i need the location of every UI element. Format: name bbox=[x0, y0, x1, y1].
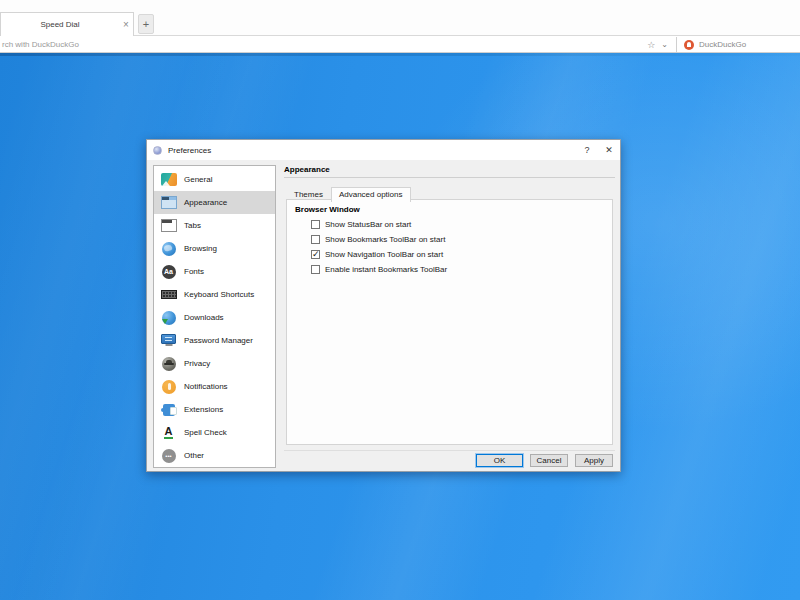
sidebar-item-appearance[interactable]: Appearance bbox=[154, 191, 275, 214]
tab-speed-dial[interactable]: Speed Dial × bbox=[0, 12, 134, 36]
sidebar-item-label: Fonts bbox=[184, 267, 204, 276]
checkbox[interactable] bbox=[311, 265, 320, 274]
tab-close-icon[interactable]: × bbox=[119, 19, 133, 30]
dialog-title-bar[interactable]: Preferences ? ✕ bbox=[147, 140, 620, 160]
sidebar-item-general[interactable]: General bbox=[154, 168, 275, 191]
picture-icon bbox=[160, 172, 177, 188]
cancel-button[interactable]: Cancel bbox=[530, 454, 568, 467]
page-title: Appearance bbox=[284, 165, 615, 178]
spellcheck-icon: A bbox=[160, 425, 177, 441]
checkbox[interactable] bbox=[311, 220, 320, 229]
checkbox-row-enable-instant-bookmarks[interactable]: Enable instant Bookmarks ToolBar bbox=[311, 265, 604, 274]
address-bar[interactable]: rch with DuckDuckGo ☆ ⌄ bbox=[0, 37, 676, 52]
download-icon bbox=[160, 310, 177, 326]
help-button[interactable]: ? bbox=[576, 145, 598, 155]
sidebar-item-label: Tabs bbox=[184, 221, 201, 230]
checkbox[interactable] bbox=[311, 235, 320, 244]
advanced-options-panel: Browser Window Show StatusBar on start S… bbox=[286, 199, 613, 445]
sidebar-item-label: Appearance bbox=[184, 198, 227, 207]
new-tab-button[interactable]: + bbox=[138, 14, 154, 34]
bookmark-star-icon[interactable]: ☆ bbox=[647, 40, 655, 50]
sidebar-item-downloads[interactable]: Downloads bbox=[154, 306, 275, 329]
sidebar-item-browsing[interactable]: Browsing bbox=[154, 237, 275, 260]
preferences-dialog: Preferences ? ✕ General Appearance Tabs bbox=[146, 139, 621, 472]
dialog-close-icon[interactable]: ✕ bbox=[598, 145, 620, 155]
tab-advanced-options[interactable]: Advanced options bbox=[331, 187, 411, 202]
checkbox-row-show-navigation-toolbar[interactable]: Show Navigation ToolBar on start bbox=[311, 250, 604, 259]
sidebar-item-label: Password Manager bbox=[184, 336, 253, 345]
sidebar-item-label: Browsing bbox=[184, 244, 217, 253]
privacy-spy-icon bbox=[160, 356, 177, 372]
sidebar-item-label: Downloads bbox=[184, 313, 224, 322]
tab-title: Speed Dial bbox=[1, 20, 119, 29]
sidebar-item-notifications[interactable]: Notifications bbox=[154, 375, 275, 398]
checkbox-label: Show Bookmarks ToolBar on start bbox=[325, 235, 445, 244]
preferences-sidebar: General Appearance Tabs Browsing Aa Font… bbox=[153, 165, 276, 468]
dialog-title: Preferences bbox=[168, 146, 576, 155]
sidebar-item-label: Spell Check bbox=[184, 428, 227, 437]
checkbox-row-show-statusbar[interactable]: Show StatusBar on start bbox=[311, 220, 604, 229]
checkbox-row-show-bookmarks-toolbar[interactable]: Show Bookmarks ToolBar on start bbox=[311, 235, 604, 244]
preferences-main-panel: Appearance Themes Advanced options Brows… bbox=[284, 165, 615, 468]
notification-bell-icon bbox=[160, 379, 177, 395]
sidebar-item-other[interactable]: ••• Other bbox=[154, 444, 275, 467]
sidebar-item-label: Extensions bbox=[184, 405, 223, 414]
sidebar-item-keyboard-shortcuts[interactable]: Keyboard Shortcuts bbox=[154, 283, 275, 306]
appearance-window-icon bbox=[160, 195, 177, 211]
checkbox-label: Enable instant Bookmarks ToolBar bbox=[325, 265, 447, 274]
checkbox[interactable] bbox=[311, 250, 320, 259]
dialog-body: General Appearance Tabs Browsing Aa Font… bbox=[147, 160, 620, 472]
ellipsis-icon: ••• bbox=[160, 448, 177, 464]
screen: Speed Dial × + rch with DuckDuckGo ☆ ⌄ D… bbox=[0, 0, 800, 600]
sidebar-item-extensions[interactable]: Extensions bbox=[154, 398, 275, 421]
search-box[interactable]: DuckDuckGo bbox=[676, 37, 800, 52]
sidebar-item-fonts[interactable]: Aa Fonts bbox=[154, 260, 275, 283]
duckduckgo-logo-icon bbox=[684, 40, 694, 50]
monitor-icon bbox=[160, 333, 177, 349]
chevron-down-icon[interactable]: ⌄ bbox=[661, 40, 668, 49]
globe-icon bbox=[160, 241, 177, 257]
fonts-icon: Aa bbox=[160, 264, 177, 280]
browser-toolbar: rch with DuckDuckGo ☆ ⌄ DuckDuckGo bbox=[0, 37, 800, 53]
puzzle-icon bbox=[160, 402, 177, 418]
keyboard-icon bbox=[160, 287, 177, 303]
apply-button[interactable]: Apply bbox=[575, 454, 613, 467]
sidebar-item-label: Privacy bbox=[184, 359, 210, 368]
sidebar-item-spell-check[interactable]: A Spell Check bbox=[154, 421, 275, 444]
address-bar-text: rch with DuckDuckGo bbox=[2, 40, 647, 49]
sidebar-item-label: Keyboard Shortcuts bbox=[184, 290, 254, 299]
sidebar-item-password-manager[interactable]: Password Manager bbox=[154, 329, 275, 352]
dialog-button-row: OK Cancel Apply bbox=[284, 450, 615, 468]
checkbox-label: Show Navigation ToolBar on start bbox=[325, 250, 443, 259]
checkbox-label: Show StatusBar on start bbox=[325, 220, 411, 229]
sidebar-item-privacy[interactable]: Privacy bbox=[154, 352, 275, 375]
tabs-window-icon bbox=[160, 218, 177, 234]
group-title-browser-window: Browser Window bbox=[295, 205, 604, 214]
ok-button[interactable]: OK bbox=[476, 454, 523, 467]
sidebar-item-tabs[interactable]: Tabs bbox=[154, 214, 275, 237]
search-engine-label: DuckDuckGo bbox=[699, 40, 746, 49]
sidebar-item-label: Notifications bbox=[184, 382, 228, 391]
sidebar-item-label: General bbox=[184, 175, 212, 184]
preferences-app-icon bbox=[153, 146, 162, 155]
sidebar-item-label: Other bbox=[184, 451, 204, 460]
browser-tab-strip: Speed Dial × + bbox=[0, 0, 800, 36]
